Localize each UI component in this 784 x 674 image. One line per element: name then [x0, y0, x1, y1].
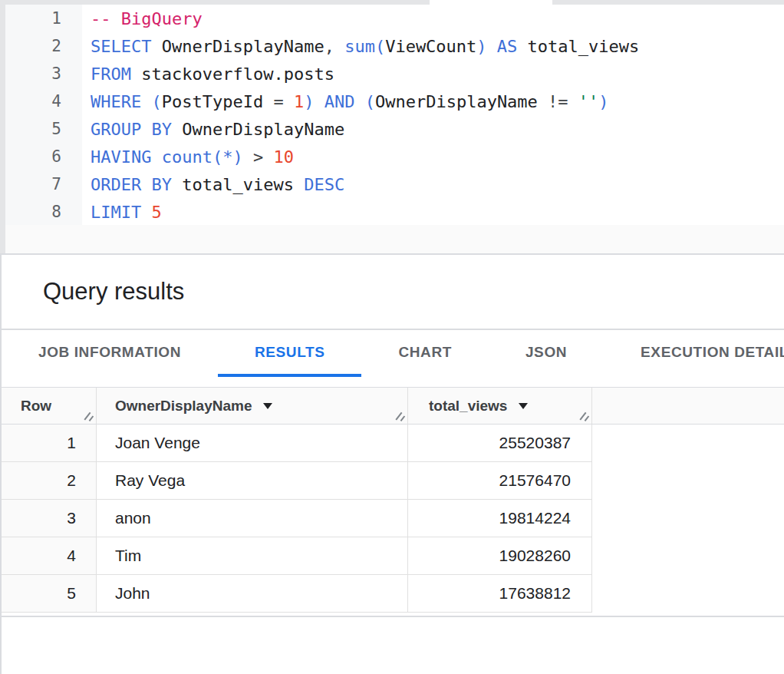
code-line: 2SELECT OwnerDisplayName, sum(ViewCount)…	[5, 32, 784, 60]
cell-row-number: 1	[0, 425, 97, 462]
cell-total-views: 19028260	[408, 537, 592, 575]
table-body: 1Joan Venge255203872Ray Vega215764703ano…	[0, 425, 784, 613]
cell-filler	[592, 462, 784, 500]
cell-owner-display-name: Ray Vega	[97, 462, 408, 500]
line-number: 5	[5, 120, 82, 138]
column-header-ownerdisplayname: OwnerDisplayName	[97, 388, 408, 424]
cell-row-number: 3	[0, 500, 97, 537]
code-line: 8LIMIT 5	[5, 198, 784, 226]
cell-owner-display-name: anon	[97, 500, 408, 537]
line-number: 6	[5, 147, 82, 166]
cell-filler	[592, 537, 784, 575]
sql-editor[interactable]: 1-- BigQuery2SELECT OwnerDisplayName, su…	[0, 5, 784, 225]
tab-json[interactable]: JSON	[489, 330, 604, 377]
results-table: Row OwnerDisplayName total_views 1Joan V…	[0, 387, 784, 613]
line-number: 2	[5, 37, 82, 55]
code-line: 3FROM stackoverflow.posts	[5, 60, 784, 88]
cell-owner-display-name: Tim	[97, 537, 408, 575]
query-results-header: Query results	[0, 255, 784, 329]
cell-row-number: 4	[0, 537, 97, 575]
cell-filler	[592, 500, 784, 537]
bigquery-editor-screen: 1-- BigQuery2SELECT OwnerDisplayName, su…	[0, 0, 784, 674]
table-row: 5John17638812	[0, 575, 784, 613]
code-line: 1-- BigQuery	[5, 5, 784, 32]
table-row: 3anon19814224	[0, 500, 784, 537]
table-row: 4Tim19028260	[0, 537, 784, 575]
cell-filler	[592, 425, 784, 462]
code-text: LIMIT 5	[82, 203, 162, 222]
column-header-filler	[592, 388, 784, 424]
cell-total-views: 17638812	[408, 575, 592, 613]
cell-owner-display-name: John	[97, 575, 408, 613]
column-resize-handle[interactable]	[394, 411, 404, 421]
table-row: 1Joan Venge25520387	[0, 425, 784, 462]
tab-execution-details[interactable]: EXECUTION DETAILS	[604, 330, 784, 377]
cell-total-views: 25520387	[408, 425, 592, 462]
column-resize-handle[interactable]	[578, 411, 588, 421]
code-line: 4WHERE (PostTypeId = 1) AND (OwnerDispla…	[5, 88, 784, 115]
cell-filler	[592, 575, 784, 613]
line-number: 4	[5, 92, 82, 111]
column-header-label: total_views	[429, 398, 507, 415]
cell-total-views: 21576470	[408, 462, 592, 500]
line-number: 1	[5, 9, 82, 28]
column-header-label: OwnerDisplayName	[115, 398, 252, 415]
code-text: GROUP BY OwnerDisplayName	[82, 120, 344, 139]
table-bottom-border	[0, 616, 784, 617]
tab-job-information[interactable]: JOB INFORMATION	[2, 330, 218, 377]
code-text: ORDER BY total_views DESC	[82, 175, 344, 194]
column-menu-arrow-icon[interactable]	[519, 403, 528, 409]
tab-results[interactable]: RESULTS	[218, 330, 361, 377]
code-line: 6HAVING count(*) > 10	[5, 143, 784, 170]
code-lines: 1-- BigQuery2SELECT OwnerDisplayName, su…	[5, 5, 784, 226]
column-resize-handle[interactable]	[82, 411, 93, 421]
code-line: 5GROUP BY OwnerDisplayName	[5, 115, 784, 143]
cell-row-number: 5	[0, 575, 97, 613]
cell-row-number: 2	[0, 462, 97, 500]
page-title: Query results	[43, 255, 184, 329]
code-text: HAVING count(*) > 10	[82, 147, 294, 167]
table-header-row: Row OwnerDisplayName total_views	[0, 387, 784, 425]
tab-chart[interactable]: CHART	[361, 330, 489, 377]
line-number: 3	[5, 64, 82, 83]
code-text: SELECT OwnerDisplayName, sum(ViewCount) …	[82, 37, 639, 56]
column-header-label: Row	[21, 398, 51, 415]
column-menu-arrow-icon[interactable]	[263, 403, 272, 409]
editor-bottom-band	[0, 225, 784, 253]
cell-owner-display-name: Joan Venge	[97, 425, 408, 462]
left-edge-strip	[0, 0, 5, 253]
results-tabbar: JOB INFORMATIONRESULTSCHARTJSONEXECUTION…	[2, 330, 784, 377]
cell-total-views: 19814224	[408, 500, 592, 537]
code-text: WHERE (PostTypeId = 1) AND (OwnerDisplay…	[82, 92, 609, 111]
left-edge-hairline	[0, 253, 2, 674]
column-header-row: Row	[0, 388, 97, 424]
code-text: -- BigQuery	[82, 9, 203, 28]
column-header-total-views: total_views	[408, 388, 592, 424]
code-text: FROM stackoverflow.posts	[82, 64, 334, 84]
table-row: 2Ray Vega21576470	[0, 462, 784, 500]
line-number: 7	[5, 175, 82, 193]
line-number: 8	[5, 203, 82, 221]
code-line: 7ORDER BY total_views DESC	[5, 170, 784, 198]
